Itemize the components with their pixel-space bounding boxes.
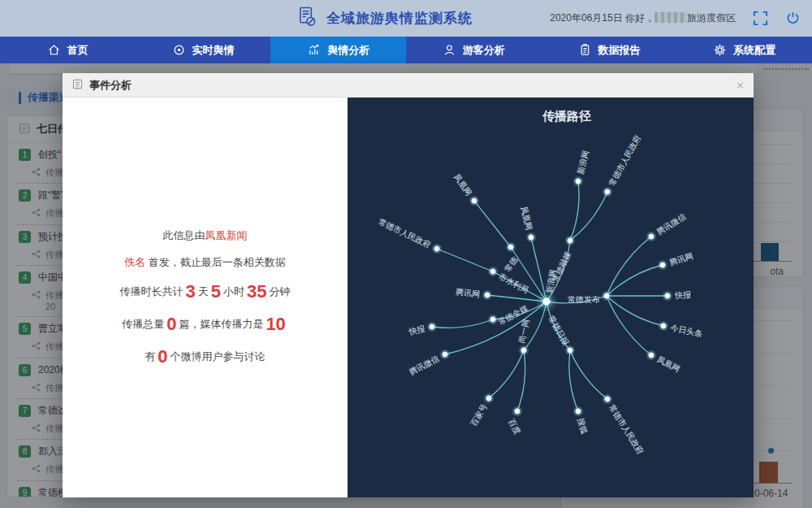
graph-node-label: 新浪网 xyxy=(576,150,590,176)
home-icon xyxy=(47,43,61,57)
summary-line: 传播总量0篇，媒体传播力是10 xyxy=(120,314,291,335)
graph-node-label: 常德融媒 xyxy=(551,250,572,284)
visitor-icon xyxy=(443,43,456,57)
graph-node-label: 快报 xyxy=(674,290,691,300)
graph-node-label: 腾讯微信 xyxy=(408,354,441,376)
nav-label: 数据报告 xyxy=(598,43,641,58)
graph-node[interactable] xyxy=(603,187,612,197)
brand: 全域旅游舆情监测系统 xyxy=(296,0,473,37)
summary-line: 传播时长共计3天5小时35分钟 xyxy=(120,281,291,302)
nav-label: 舆情分析 xyxy=(327,43,369,58)
graph-node[interactable] xyxy=(482,290,492,300)
propagation-pane: 新浪网常德融媒新浪网常德市人民政府凤凰网常德凤凰网常德市人民政府市水利局腾讯网常… xyxy=(348,98,754,497)
nav-item-visitor[interactable]: 游客分析 xyxy=(406,37,542,63)
graph-edge xyxy=(570,350,607,399)
graph-node-label: 腾讯网 xyxy=(456,287,481,298)
graph-node-label: 快报 xyxy=(408,324,426,336)
nav-label: 系统配置 xyxy=(733,43,775,58)
modal-body: 此信息由凤凰新闻佚名 首发，截止最后一条相关数据传播时长共计3天5小时35分钟传… xyxy=(63,98,754,497)
graph-node[interactable] xyxy=(603,394,612,404)
graph-node-label: 百度 xyxy=(507,417,522,436)
graph-edge xyxy=(517,350,525,411)
graph-edge xyxy=(489,350,524,398)
graph-node-label: 百家号 xyxy=(469,402,489,428)
graph-node-label: 腾讯网 xyxy=(668,251,694,267)
header-right: 2020年06月15日 你好，旅游度假区 xyxy=(550,0,801,37)
graph-node[interactable] xyxy=(469,196,479,206)
graph-node-label: 市水利局 xyxy=(497,271,529,294)
graph-node[interactable] xyxy=(659,321,668,331)
summary-pane: 此信息由凤凰新闻佚名 首发，截止最后一条相关数据传播时长共计3天5小时35分钟传… xyxy=(63,98,348,497)
graph-node-label: 凤凰网 xyxy=(656,354,682,373)
graph-node-label: 常德日报 xyxy=(546,315,571,347)
event-analysis-modal: 事件分析 × 此信息由凤凰新闻佚名 首发，截止最后一条相关数据传播时长共计3天5… xyxy=(63,73,754,497)
graph-node[interactable] xyxy=(658,260,667,270)
graph-node[interactable] xyxy=(427,322,437,332)
graph-node-label: 凤凰网 xyxy=(520,206,534,232)
graph-edge xyxy=(570,181,579,241)
modal-title: 事件分析 xyxy=(89,78,132,93)
graph-node[interactable] xyxy=(526,232,536,242)
summary-line: 佚名 首发，截止最后一条相关数据 xyxy=(120,254,291,270)
graph-node[interactable] xyxy=(488,267,498,276)
main-nav: 首页实时舆情舆情分析游客分析数据报告系统配置 xyxy=(0,37,812,63)
graph-node-label: 尚一网 xyxy=(517,319,531,345)
graph-node[interactable] xyxy=(602,291,611,301)
graph-node-label: 凤凰网 xyxy=(452,172,473,198)
fullscreen-icon[interactable] xyxy=(752,10,769,27)
graph-edge xyxy=(569,350,578,411)
graph-node-label: 搜狐 xyxy=(576,417,589,435)
graph-node[interactable] xyxy=(663,291,672,301)
graph-node[interactable] xyxy=(646,232,656,241)
graph-node[interactable] xyxy=(565,345,575,355)
nav-label: 游客分析 xyxy=(463,43,505,58)
graph-edge xyxy=(437,249,493,271)
graph-node-label: 常德市人民政府 xyxy=(607,403,645,456)
graph-node[interactable] xyxy=(573,176,583,186)
graph-node[interactable] xyxy=(565,236,575,245)
nav-label: 首页 xyxy=(67,43,89,58)
graph-node[interactable] xyxy=(512,406,522,416)
power-icon[interactable] xyxy=(785,11,801,26)
graph-node[interactable] xyxy=(646,350,656,360)
graph-node[interactable] xyxy=(432,244,442,254)
close-icon[interactable]: × xyxy=(736,79,744,91)
app-logo-icon xyxy=(296,6,318,31)
graph-node-label: 常德发布 xyxy=(568,295,600,304)
nav-item-report[interactable]: 数据报告 xyxy=(542,37,677,63)
graph-edge xyxy=(474,201,511,247)
config-icon xyxy=(713,43,727,57)
graph-node[interactable] xyxy=(484,393,494,403)
graph-node-label: 常德市人民政府 xyxy=(607,133,643,188)
graph-title: 传播路径 xyxy=(542,109,591,123)
realtime-icon xyxy=(172,43,186,57)
summary-line: 有0个微博用户参与讨论 xyxy=(120,346,291,367)
nav-item-realtime[interactable]: 实时舆情 xyxy=(136,37,271,63)
graph-node[interactable] xyxy=(440,350,450,359)
graph-node[interactable] xyxy=(506,242,516,252)
graph-node-label: 今日头条 xyxy=(670,323,703,338)
app-header: 全域旅游舆情监测系统 2020年06月15日 你好，旅游度假区 xyxy=(0,0,812,37)
nav-item-analysis[interactable]: 舆情分析 xyxy=(270,37,406,63)
redacted-org-name xyxy=(654,12,687,23)
graph-edge xyxy=(607,296,663,326)
graph-node[interactable] xyxy=(537,292,556,311)
graph-node[interactable] xyxy=(488,315,498,324)
graph-edge xyxy=(570,192,607,241)
graph-node-label: 常德市人民政府 xyxy=(377,217,432,250)
modal-icon xyxy=(72,78,83,93)
nav-item-home[interactable]: 首页 xyxy=(0,37,136,63)
page-title: 全域旅游舆情监测系统 xyxy=(326,9,473,28)
summary-line: 此信息由凤凰新闻 xyxy=(120,228,291,243)
nav-item-config[interactable]: 系统配置 xyxy=(676,37,812,63)
event-summary: 此信息由凤凰新闻佚名 首发，截止最后一条相关数据传播时长共计3天5小时35分钟传… xyxy=(120,216,291,379)
graph-node[interactable] xyxy=(519,345,529,355)
propagation-graph: 新浪网常德融媒新浪网常德市人民政府凤凰网常德凤凰网常德市人民政府市水利局腾讯网常… xyxy=(348,98,754,497)
app-root: 全域旅游舆情监测系统 2020年06月15日 你好，旅游度假区 首页实时舆情舆情… xyxy=(0,0,812,508)
analysis-icon xyxy=(307,43,321,57)
header-greeting: 2020年06月15日 你好，旅游度假区 xyxy=(550,11,736,25)
modal-header: 事件分析 × xyxy=(63,73,754,98)
graph-node[interactable] xyxy=(573,406,583,416)
graph-edge xyxy=(511,247,546,302)
graph-edge xyxy=(607,296,651,355)
